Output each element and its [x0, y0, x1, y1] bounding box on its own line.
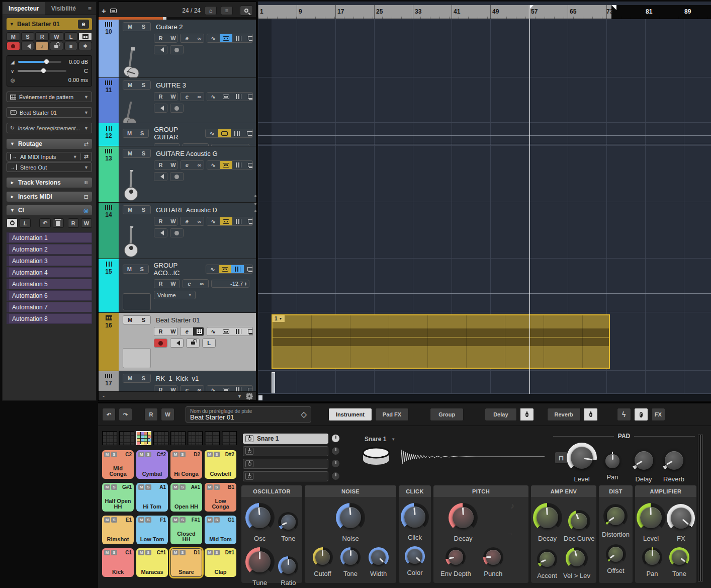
track-color-strip[interactable]: 14	[99, 203, 119, 259]
pad-open-hh[interactable]: MSA#1Open HH	[170, 483, 202, 512]
mixer-icon[interactable]	[231, 265, 244, 273]
monitor-icon[interactable]	[245, 161, 253, 169]
monitor-button[interactable]	[154, 229, 167, 237]
write-button[interactable]: W	[167, 161, 177, 169]
solo-button[interactable]: S	[137, 149, 150, 157]
track-row-group-acoustic[interactable]: 15 MSGROUP ACO...IC ∿ RW e∞ -12.7▲▼ Volu…	[99, 259, 256, 313]
instrument-icon[interactable]	[220, 93, 232, 101]
instrument-icon[interactable]	[219, 265, 231, 273]
track-color-strip[interactable]: 16	[99, 313, 119, 371]
grid-button[interactable]	[78, 32, 92, 41]
ci-delete-button[interactable]	[53, 218, 64, 228]
monitor-button[interactable]	[154, 104, 167, 112]
mute-button[interactable]: M	[7, 32, 20, 41]
track-row-guitare-acoustic-d[interactable]: 14 MSGUITARE Acoustic D RW e∞ ∿	[99, 203, 256, 259]
noise-tone-knob[interactable]	[340, 547, 361, 567]
layer-knob-2[interactable]	[331, 447, 340, 455]
osc-knob[interactable]	[245, 503, 275, 532]
group-level-value[interactable]: -12.3▲▼	[211, 144, 249, 146]
read-button[interactable]: R	[35, 32, 49, 41]
playhead-cursor[interactable]	[529, 5, 530, 394]
accent-knob[interactable]	[537, 549, 557, 569]
fx-button[interactable]: FX	[651, 408, 665, 421]
lane-display-button[interactable]: ≡	[64, 42, 78, 50]
inspector-menu-icon[interactable]: ≡	[82, 2, 98, 15]
track-visibility-agent-button[interactable]: ⌂	[205, 6, 217, 15]
freeze-button[interactable]: ∗	[78, 42, 92, 50]
pad-hi-tom[interactable]: MSA1Hi Tom	[136, 483, 168, 512]
solo-button[interactable]: S	[137, 206, 150, 214]
track-color-strip[interactable]: 12	[99, 123, 119, 146]
solo-button[interactable]: S	[137, 23, 150, 31]
pad-hi-conga[interactable]: MSD2Hi Conga	[170, 450, 202, 479]
monitor-icon[interactable]	[245, 327, 253, 335]
group-tab[interactable]: Group	[430, 408, 464, 421]
track-color-strip[interactable]: 17	[99, 371, 119, 392]
pad-clap[interactable]: MSD#1Clap	[205, 548, 236, 577]
pad-mid-tom[interactable]: MSG1Mid Tom	[205, 516, 236, 544]
pad-maracas[interactable]: MSC#1Maracas	[136, 548, 168, 577]
pad-rimshot[interactable]: MSE1Rimshot	[102, 516, 134, 544]
monitor-button[interactable]	[21, 42, 35, 50]
mute-button[interactable]: M	[123, 81, 137, 89]
pattern-event-chip[interactable]: 1▼	[273, 315, 285, 322]
ci-power-button[interactable]	[7, 218, 18, 228]
automation-item-5[interactable]: Automation 5	[7, 279, 92, 289]
track-name[interactable]: GUITRE 3	[156, 81, 186, 89]
write-button[interactable]: W	[50, 32, 63, 41]
routing-section-header[interactable]: ▼ Routage ⇄	[7, 139, 92, 149]
mute-button[interactable]: M	[123, 129, 136, 137]
add-track-button[interactable]: +	[102, 7, 106, 15]
monitor-icon[interactable]	[243, 129, 253, 137]
fx-knob[interactable]	[667, 504, 695, 532]
pad-fx-tab[interactable]: Pad FX	[375, 408, 409, 421]
solo-button[interactable]: S	[136, 129, 148, 137]
track-name[interactable]: GROUP ACO...IC	[154, 262, 201, 277]
delay-power-button[interactable]	[520, 408, 534, 421]
pad-bank-3-selected[interactable]	[136, 431, 151, 445]
automation-icon[interactable]: ∿	[206, 265, 219, 273]
track-color-strip[interactable]: 11	[99, 78, 119, 123]
edit-button[interactable]: e	[183, 280, 196, 288]
track-name[interactable]: GUITARE Acoustic G	[156, 150, 218, 157]
edit-button[interactable]: e	[181, 34, 193, 42]
pad-trigger-mode-button[interactable]: ⊓	[555, 452, 568, 464]
edit-channel-button[interactable]: e	[78, 20, 89, 29]
lightning-icon[interactable]: ϟ	[617, 408, 631, 421]
mute-button[interactable]: M	[123, 149, 137, 157]
pad-bank-8[interactable]	[222, 431, 237, 445]
layer-knob-1[interactable]	[331, 434, 340, 443]
amp-level-knob[interactable]	[637, 503, 666, 532]
write-button[interactable]: W	[167, 34, 177, 42]
layer-knob-3[interactable]	[331, 459, 340, 468]
pattern-event-dropdown[interactable]: Événement de pattern▼	[7, 92, 92, 102]
automation-item-3[interactable]: Automation 3	[7, 256, 92, 266]
width-knob[interactable]	[369, 547, 389, 567]
ci-write-button[interactable]: W	[81, 218, 92, 228]
input-transform-icon[interactable]: ⇄	[80, 153, 88, 160]
solo-button[interactable]: S	[136, 265, 148, 273]
monitor-icon[interactable]	[245, 93, 253, 101]
read-button[interactable]: R	[154, 280, 167, 288]
track-name[interactable]: Beat Starter 01	[156, 316, 200, 324]
track-row-beat-starter[interactable]: 16 MSBeat Starter 01 RW e ∿ L	[99, 313, 256, 371]
amp-tone-knob[interactable]	[669, 547, 689, 567]
pad-snare-selected[interactable]: MSD1Snare	[170, 548, 202, 577]
automation-param-dropdown[interactable]: Volume▼	[154, 291, 196, 299]
pad-kick[interactable]: MSC1Kick	[102, 548, 134, 577]
vel-lev-knob[interactable]	[566, 547, 588, 569]
mixer-icon[interactable]	[232, 217, 245, 225]
automation-icon[interactable]: ∿	[207, 217, 220, 225]
tune-knob[interactable]	[245, 547, 275, 576]
dec-curve-knob[interactable]	[568, 510, 590, 532]
instrument-icon[interactable]	[220, 327, 232, 335]
midi-input-dropdown[interactable]: → All MIDI Inputs▼ ⇄	[7, 152, 92, 161]
delay-button[interactable]: Delay	[485, 408, 516, 421]
arrange-area[interactable]: 1 9 17 25 33 41 49 57 65 73 81 89 1▼	[258, 2, 711, 401]
write-button[interactable]: W	[167, 327, 177, 335]
layer-slot-1[interactable]: Snare 1	[243, 434, 328, 444]
env-depth-knob[interactable]	[446, 547, 466, 567]
automation-icon[interactable]: ∿	[207, 93, 220, 101]
write-button[interactable]: W	[167, 144, 180, 146]
read-button[interactable]: R	[154, 34, 167, 42]
